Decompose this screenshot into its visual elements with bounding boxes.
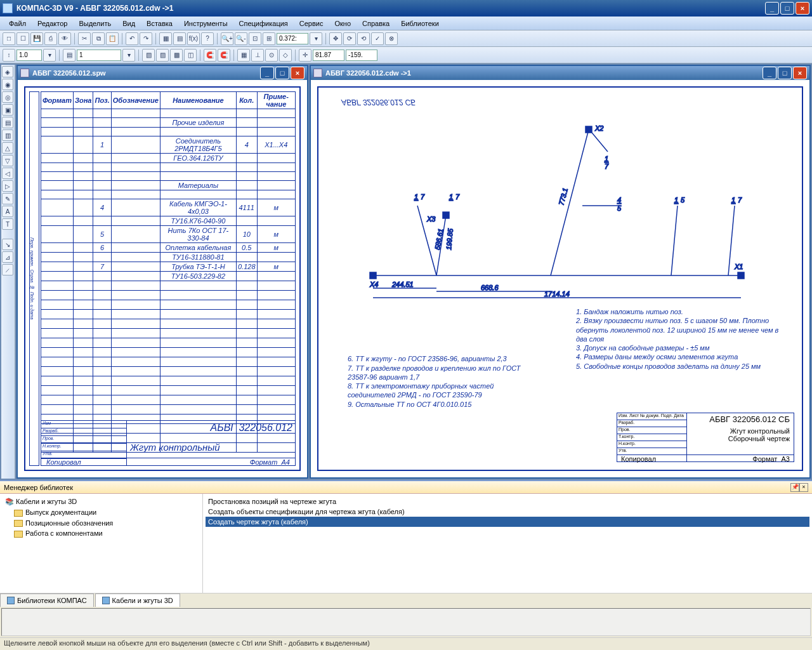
libtab-1[interactable]: Кабели и жгуты 3D — [95, 594, 180, 607]
spec-close-button[interactable]: × — [291, 67, 304, 79]
tree-root[interactable]: 📚 Кабели и жгуты 3D — [3, 496, 200, 507]
open-button[interactable]: ☐ — [16, 32, 29, 45]
zoom-input[interactable] — [277, 33, 308, 44]
btn-b[interactable]: ▤ — [173, 32, 186, 45]
tree-item-0[interactable]: Выпуск документации — [3, 507, 200, 518]
step-button[interactable]: ↕ — [3, 49, 15, 62]
liblist-item-2[interactable]: Создать чертеж жгута (кабеля) — [206, 517, 809, 527]
layer-button[interactable]: ▤ — [63, 49, 75, 62]
magnet2-button[interactable]: 🧲 — [218, 49, 230, 62]
step-dd[interactable]: ▾ — [43, 49, 56, 62]
liblist-item-0[interactable]: Простановка позиций на чертеже жгута — [206, 496, 809, 507]
refresh-button[interactable]: ⟲ — [357, 32, 370, 45]
libmgr-pin-button[interactable]: 📌 — [790, 483, 799, 492]
vt-6[interactable]: ▥ — [2, 129, 13, 141]
vt-3[interactable]: ◎ — [2, 91, 13, 103]
drawing-titlebar[interactable]: АБВГ 322056.012.cdw ->1 _ □ × — [311, 66, 809, 80]
spec-max-button[interactable]: □ — [275, 67, 289, 79]
menu-insert[interactable]: Вставка — [141, 18, 178, 29]
btn-h[interactable]: ◫ — [184, 49, 197, 62]
libmgr-close-button[interactable]: × — [799, 483, 808, 492]
libmgr-tree[interactable]: 📚 Кабели и жгуты 3D Выпуск документации … — [0, 494, 203, 593]
libtab-0[interactable]: Библиотеки КОМПАС — [0, 594, 94, 607]
help-button[interactable]: ? — [201, 32, 214, 45]
zoom-window-button[interactable]: ⊡ — [249, 32, 261, 45]
coord-y-input[interactable] — [346, 50, 377, 61]
spec-min-button[interactable]: _ — [260, 67, 274, 79]
svg-text:199.85: 199.85 — [445, 228, 454, 250]
vt-4[interactable]: ▣ — [2, 104, 13, 116]
pan-button[interactable]: ✥ — [329, 32, 342, 45]
vt-5[interactable]: ▤ — [2, 117, 13, 128]
new-button[interactable]: □ — [3, 32, 15, 45]
vt-7[interactable]: △ — [2, 142, 13, 154]
zoom-dropdown[interactable]: ▾ — [310, 32, 322, 45]
vt-1[interactable]: ◈ — [2, 66, 13, 77]
zoom-in-button[interactable]: 🔍+ — [221, 32, 233, 45]
btn-i[interactable]: ◇ — [279, 49, 292, 62]
print-button[interactable]: ⎙ — [44, 32, 57, 45]
tree-item-1[interactable]: Позиционные обозначения — [3, 518, 200, 529]
liblist-item-1[interactable]: Создать объекты спецификации для чертежа… — [206, 507, 809, 517]
svg-text:1: 1 — [414, 193, 418, 201]
spec-canvas[interactable]: Перв. примен. Справ. № Подп. и дата Форм… — [18, 80, 307, 477]
preview-button[interactable]: 👁 — [58, 32, 71, 45]
vt-16[interactable]: ⟋ — [2, 264, 13, 275]
menu-help[interactable]: Справка — [357, 18, 395, 29]
undo-button[interactable]: ↶ — [126, 32, 138, 45]
fx-button[interactable]: f(x) — [187, 32, 200, 45]
paste-button[interactable]: 📋 — [106, 32, 119, 45]
ortho-button[interactable]: ⊥ — [251, 49, 264, 62]
dwg-max-button[interactable]: □ — [778, 67, 792, 79]
btn-a[interactable]: ▦ — [159, 32, 172, 45]
menu-window[interactable]: Окно — [329, 18, 356, 29]
left-toolbar: ◈ ◉ ◎ ▣ ▤ ▥ △ ▽ ◁ ▷ ✎ A T ↘ ⊿ ⟋ — [1, 65, 15, 479]
vt-15[interactable]: ⊿ — [2, 251, 13, 263]
zoom-fit-button[interactable]: ⊞ — [263, 32, 275, 45]
vt-11[interactable]: ✎ — [2, 193, 13, 204]
vt-8[interactable]: ▽ — [2, 155, 13, 166]
toolbar-main: □ ☐ 💾 ⎙ 👁 ✂ ⧉ 📋 ↶ ↷ ▦ ▤ f(x) ? 🔍+ 🔍- ⊡ ⊞… — [0, 30, 812, 47]
layer-dd[interactable]: ▾ — [122, 49, 135, 62]
menu-tools[interactable]: Инструменты — [179, 18, 233, 29]
btn-e[interactable]: ▧ — [142, 49, 155, 62]
step-input[interactable] — [16, 50, 42, 61]
vt-13[interactable]: T — [2, 218, 13, 230]
cut-button[interactable]: ✂ — [78, 32, 91, 45]
menu-editor[interactable]: Редактор — [32, 18, 72, 29]
vt-10[interactable]: ▷ — [2, 180, 13, 192]
menu-file[interactable]: Файл — [4, 18, 31, 29]
redo-button[interactable]: ↷ — [140, 32, 152, 45]
copy-button[interactable]: ⧉ — [92, 32, 105, 45]
layer-input[interactable] — [77, 50, 121, 61]
menu-view[interactable]: Вид — [117, 18, 140, 29]
close-button[interactable]: × — [796, 2, 809, 15]
btn-c[interactable]: ✓ — [371, 32, 384, 45]
btn-f[interactable]: ▨ — [156, 49, 169, 62]
drawing-canvas[interactable]: АБВГ 322056.012 СБ X4 X1 — [311, 80, 809, 477]
grid-button[interactable]: ▦ — [237, 49, 250, 62]
save-button[interactable]: 💾 — [30, 32, 43, 45]
btn-g[interactable]: ▩ — [170, 49, 183, 62]
maximize-button[interactable]: □ — [780, 2, 794, 15]
rotate-button[interactable]: ⟳ — [343, 32, 356, 45]
tree-item-2[interactable]: Работа с компонентами — [3, 528, 200, 539]
vt-9[interactable]: ◁ — [2, 168, 13, 179]
vt-2[interactable]: ◉ — [2, 79, 13, 90]
snap-button[interactable]: ⊙ — [265, 49, 278, 62]
libmgr-list[interactable]: Простановка позиций на чертеже жгутаСозд… — [203, 494, 812, 593]
dwg-close-button[interactable]: × — [793, 67, 807, 79]
minimize-button[interactable]: _ — [765, 2, 779, 15]
vt-14[interactable]: ↘ — [2, 239, 13, 250]
vt-12[interactable]: A — [2, 206, 13, 217]
coord-x-input[interactable] — [313, 50, 344, 61]
menu-select[interactable]: Выделить — [74, 18, 116, 29]
menu-service[interactable]: Сервис — [294, 18, 329, 29]
btn-d[interactable]: ⊗ — [385, 32, 398, 45]
menu-spec[interactable]: Спецификация — [234, 18, 293, 29]
dwg-min-button[interactable]: _ — [763, 67, 776, 79]
menu-libraries[interactable]: Библиотеки — [396, 18, 444, 29]
spec-titlebar[interactable]: АБВГ 322056.012.spw _ □ × — [18, 66, 307, 80]
zoom-out-button[interactable]: 🔍- — [235, 32, 247, 45]
magnet-button[interactable]: 🧲 — [204, 49, 216, 62]
